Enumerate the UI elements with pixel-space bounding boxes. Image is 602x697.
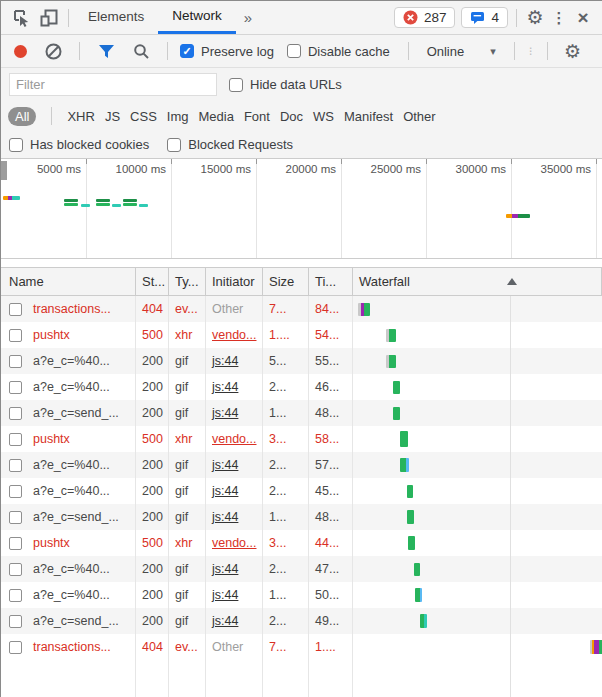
blocked-requests-group[interactable]: Blocked Requests (167, 137, 293, 152)
type-filter-ws[interactable]: WS (313, 109, 334, 124)
has-blocked-cookies-group[interactable]: Has blocked cookies (9, 137, 149, 152)
timing-segment (408, 536, 415, 550)
clear-icon[interactable] (39, 37, 67, 65)
row-checkbox[interactable] (9, 303, 22, 316)
table-row[interactable]: a?e_c=send_...200gifjs:442...49... (1, 608, 602, 634)
more-tabs-icon[interactable]: » (236, 9, 260, 26)
column-header-size[interactable]: Size (263, 268, 309, 295)
timing-segment (407, 485, 413, 498)
record-button[interactable] (14, 45, 27, 58)
column-header-st[interactable]: St... (136, 268, 169, 295)
row-checkbox[interactable] (9, 615, 22, 628)
row-checkbox[interactable] (9, 381, 22, 394)
hide-data-urls-checkbox[interactable] (229, 78, 243, 92)
sort-ascending-icon[interactable] (507, 278, 517, 285)
filter-input[interactable] (9, 73, 217, 96)
type-filter-all[interactable]: All (8, 107, 36, 126)
disable-cache-checkbox[interactable] (287, 44, 301, 58)
search-icon[interactable] (127, 37, 155, 65)
row-checkbox[interactable] (9, 589, 22, 602)
blocked-requests-checkbox[interactable] (167, 138, 181, 152)
type-filter-js[interactable]: JS (105, 109, 120, 124)
type-cell: gif (169, 562, 206, 576)
table-row[interactable]: a?e_c=%40...200gifjs:442...47... (1, 556, 602, 582)
type-filter-img[interactable]: Img (167, 109, 189, 124)
time-cell: 47... (309, 562, 353, 576)
row-checkbox[interactable] (9, 407, 22, 420)
hide-data-urls-group[interactable]: Hide data URLs (229, 77, 342, 92)
size-cell: 5... (263, 354, 309, 368)
row-checkbox[interactable] (9, 563, 22, 576)
request-timing-bar (407, 510, 414, 524)
divider (79, 42, 80, 60)
size-cell: 7... (263, 640, 309, 654)
tab-network[interactable]: Network (158, 1, 236, 34)
kebab-menu-icon[interactable]: ⋮ (548, 9, 570, 27)
status-cell: 200 (136, 380, 169, 394)
inspect-element-icon[interactable] (7, 4, 35, 32)
column-header-ti[interactable]: Ti... (309, 268, 353, 295)
table-row[interactable]: a?e_c=send_...200gifjs:441...48... (1, 504, 602, 530)
table-row[interactable]: a?e_c=%40...200gifjs:442...45... (1, 478, 602, 504)
row-checkbox[interactable] (9, 329, 22, 342)
type-filter-manifest[interactable]: Manifest (344, 109, 393, 124)
preserve-log-checkbox[interactable]: ✓ (180, 44, 194, 58)
row-checkbox[interactable] (9, 355, 22, 368)
overview-scroll-thumb[interactable] (1, 161, 7, 180)
timeline-overview[interactable]: 5000 ms10000 ms15000 ms20000 ms25000 ms3… (1, 159, 602, 259)
throttling-dropdown[interactable]: Online ▾ (421, 44, 502, 59)
error-count-badge[interactable]: 287 (394, 7, 456, 28)
column-header-name[interactable]: Name (1, 268, 136, 295)
row-checkbox[interactable] (9, 537, 22, 550)
row-checkbox[interactable] (9, 433, 22, 446)
column-header-initiator[interactable]: Initiator (206, 268, 263, 295)
size-cell: 1... (263, 406, 309, 420)
has-blocked-cookies-checkbox[interactable] (9, 138, 23, 152)
table-row[interactable]: transactions...404ev...Other7...1.... (1, 634, 602, 660)
time-cell: 46... (309, 380, 353, 394)
status-cell: 200 (136, 614, 169, 628)
table-row[interactable]: pushtx500xhrvendo...3...44... (1, 530, 602, 556)
row-checkbox[interactable] (9, 511, 22, 524)
toggle-device-toolbar-icon[interactable] (35, 4, 63, 32)
console-count-badge[interactable]: 4 (461, 7, 508, 28)
settings-gear-icon[interactable]: ⚙ (522, 6, 548, 29)
table-row[interactable]: a?e_c=%40...200gifjs:442...57... (1, 452, 602, 478)
type-filter-doc[interactable]: Doc (280, 109, 303, 124)
overview-gridline (596, 159, 597, 258)
status-cell: 500 (136, 328, 169, 342)
timing-segment (364, 303, 370, 316)
close-icon[interactable]: × (570, 7, 596, 29)
row-checkbox[interactable] (9, 459, 22, 472)
table-row[interactable]: pushtx500xhrvendo...3...58... (1, 426, 602, 452)
row-checkbox[interactable] (9, 641, 22, 654)
request-timing-bar (590, 640, 602, 654)
network-settings-gear-icon[interactable]: ⚙ (560, 40, 586, 63)
type-filter-media[interactable]: Media (198, 109, 233, 124)
type-cell: gif (169, 588, 206, 602)
status-cell: 404 (136, 302, 169, 316)
column-header-waterfall[interactable]: Waterfall (353, 268, 602, 295)
divider (516, 9, 517, 27)
table-row[interactable]: a?e_c=%40...200gifjs:445...55... (1, 348, 602, 374)
request-timing-bar (96, 199, 110, 202)
table-row[interactable]: a?e_c=%40...200gifjs:441...50... (1, 582, 602, 608)
disable-cache-label[interactable]: Disable cache (308, 44, 390, 59)
table-row[interactable]: transactions...404ev...Other7...84... (1, 296, 602, 322)
divider (514, 42, 515, 60)
table-row[interactable]: a?e_c=send_...200gifjs:441...48... (1, 400, 602, 426)
overview-gridline (256, 159, 257, 258)
import-har-icon[interactable]: ⁝ (527, 44, 535, 58)
type-filter-css[interactable]: CSS (130, 109, 157, 124)
filter-funnel-icon[interactable] (92, 37, 120, 65)
type-filter-font[interactable]: Font (244, 109, 270, 124)
tab-elements[interactable]: Elements (74, 1, 158, 34)
type-filter-other[interactable]: Other (403, 109, 436, 124)
table-row[interactable]: a?e_c=%40...200gifjs:442...46... (1, 374, 602, 400)
column-header-ty[interactable]: Ty... (169, 268, 206, 295)
row-checkbox[interactable] (9, 485, 22, 498)
request-timing-bar (123, 199, 137, 202)
table-row[interactable]: pushtx500xhrvendo...1....54... (1, 322, 602, 348)
type-filter-xhr[interactable]: XHR (67, 109, 94, 124)
preserve-log-label[interactable]: Preserve log (201, 44, 274, 59)
